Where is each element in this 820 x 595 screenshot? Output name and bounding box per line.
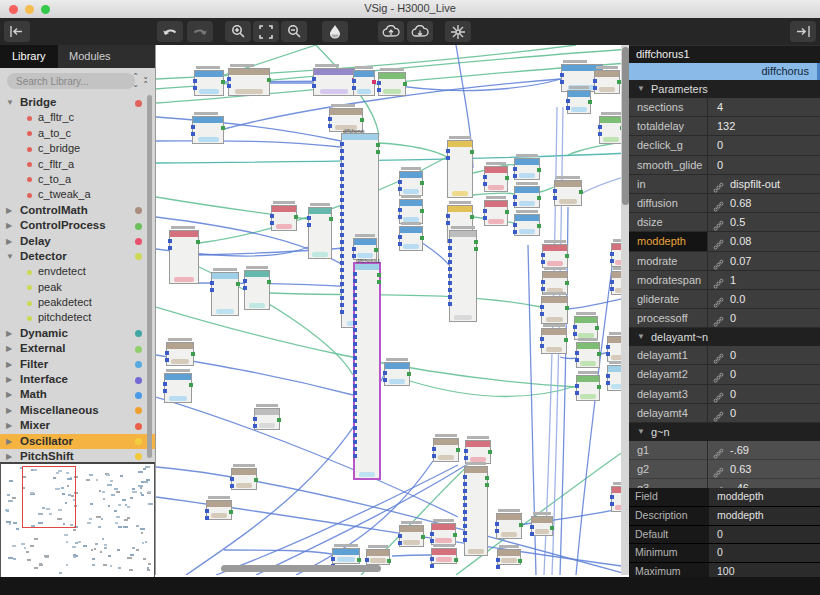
param-row-delayamt4[interactable]: delayamt40 bbox=[629, 404, 820, 423]
output-port[interactable] bbox=[565, 281, 569, 285]
input-port[interactable] bbox=[353, 454, 357, 458]
param-row-g2[interactable]: g20.63 bbox=[629, 460, 820, 479]
input-port[interactable] bbox=[383, 371, 387, 375]
input-port[interactable] bbox=[243, 279, 247, 283]
collapse-all-icon[interactable]: ⌃⌄ bbox=[131, 73, 140, 89]
param-value[interactable]: 0.5 bbox=[730, 213, 745, 231]
input-port[interactable] bbox=[566, 99, 570, 103]
patch-node[interactable] bbox=[206, 500, 232, 520]
param-value[interactable]: 132 bbox=[717, 117, 735, 135]
input-port[interactable] bbox=[464, 449, 468, 453]
search-input[interactable] bbox=[7, 73, 135, 89]
patch-node[interactable] bbox=[594, 70, 620, 94]
triangle-right-icon[interactable]: ▶ bbox=[6, 326, 12, 341]
sidebar-item-external[interactable]: ▶ External bbox=[0, 341, 155, 356]
input-port[interactable] bbox=[352, 79, 356, 83]
input-port[interactable] bbox=[230, 477, 234, 481]
input-port[interactable] bbox=[540, 312, 544, 316]
canvas-horizontal-scrollbar[interactable] bbox=[221, 565, 381, 572]
input-port[interactable] bbox=[610, 287, 614, 291]
input-port[interactable] bbox=[553, 196, 557, 200]
output-port[interactable] bbox=[597, 352, 601, 356]
param-row-g3[interactable]: g3-.46 bbox=[629, 479, 820, 488]
input-port[interactable] bbox=[448, 288, 452, 292]
input-port[interactable] bbox=[606, 352, 610, 356]
tab-modules[interactable]: Modules bbox=[57, 45, 123, 68]
triangle-right-icon[interactable]: ▶ bbox=[6, 449, 12, 462]
input-port[interactable] bbox=[430, 564, 434, 568]
input-port[interactable] bbox=[541, 280, 545, 284]
patch-node[interactable] bbox=[576, 375, 600, 401]
input-port[interactable] bbox=[352, 86, 356, 90]
patch-wire[interactable] bbox=[156, 141, 341, 147]
input-port[interactable] bbox=[340, 156, 344, 160]
param-row-g1[interactable]: g1-.69 bbox=[629, 441, 820, 460]
input-port[interactable] bbox=[573, 332, 577, 336]
zoom-out-button[interactable] bbox=[281, 21, 307, 42]
input-port[interactable] bbox=[165, 358, 169, 362]
param-value[interactable]: 0.68 bbox=[730, 194, 751, 212]
input-port[interactable] bbox=[573, 325, 577, 329]
input-port[interactable] bbox=[307, 216, 311, 220]
input-port[interactable] bbox=[353, 391, 357, 395]
patch-node[interactable] bbox=[231, 468, 257, 490]
sidebar-item-filter[interactable]: ▶ Filter bbox=[0, 357, 155, 372]
undo-button[interactable] bbox=[157, 21, 183, 42]
input-port[interactable] bbox=[610, 502, 614, 506]
minimap-viewport[interactable] bbox=[22, 466, 76, 528]
node-diffchorus1[interactable]: diffchorus1 bbox=[353, 262, 381, 480]
patch-node[interactable] bbox=[599, 116, 623, 144]
output-port[interactable] bbox=[597, 385, 601, 389]
patch-node[interactable] bbox=[194, 70, 224, 96]
output-port[interactable] bbox=[421, 535, 425, 539]
input-port[interactable] bbox=[606, 374, 610, 378]
output-port[interactable] bbox=[454, 558, 458, 562]
input-port[interactable] bbox=[353, 377, 357, 381]
input-port[interactable] bbox=[168, 239, 172, 243]
param-row-gliderate[interactable]: gliderate0.0 bbox=[629, 290, 820, 309]
param-value[interactable]: 4 bbox=[717, 98, 723, 116]
patch-node[interactable] bbox=[567, 90, 591, 114]
input-port[interactable] bbox=[540, 305, 544, 309]
input-port[interactable] bbox=[448, 253, 452, 257]
input-port[interactable] bbox=[541, 287, 545, 291]
input-port[interactable] bbox=[340, 240, 344, 244]
output-port[interactable] bbox=[565, 254, 569, 258]
param-value[interactable]: 0 bbox=[730, 346, 736, 364]
triangle-right-icon[interactable]: ▶ bbox=[6, 218, 12, 233]
patch-node[interactable] bbox=[166, 342, 194, 366]
sidebar-item-pitchshift[interactable]: ▶ PitchShift bbox=[0, 449, 155, 462]
output-port[interactable] bbox=[191, 352, 195, 356]
input-port[interactable] bbox=[513, 195, 517, 199]
patch-wire[interactable] bbox=[156, 153, 630, 163]
input-port[interactable] bbox=[448, 302, 452, 306]
patch-node[interactable] bbox=[497, 549, 521, 565]
input-port[interactable] bbox=[560, 73, 564, 77]
input-port[interactable] bbox=[610, 252, 614, 256]
output-port[interactable] bbox=[518, 559, 522, 563]
output-port[interactable] bbox=[403, 82, 407, 86]
param-value[interactable]: 1 bbox=[730, 271, 736, 289]
input-port[interactable] bbox=[575, 358, 579, 362]
input-port[interactable] bbox=[575, 384, 579, 388]
output-port[interactable] bbox=[196, 240, 200, 244]
param-row-in[interactable]: indispfilt-out bbox=[629, 175, 820, 194]
sidebar-item-pitchdetect[interactable]: pitchdetect bbox=[0, 310, 155, 325]
sidebar-item-interface[interactable]: ▶ Interface bbox=[0, 372, 155, 387]
patch-node[interactable] bbox=[384, 362, 410, 386]
input-port[interactable] bbox=[270, 214, 274, 218]
input-port[interactable] bbox=[448, 246, 452, 250]
input-port[interactable] bbox=[210, 288, 214, 292]
param-row-dsize[interactable]: dsize0.5 bbox=[629, 213, 820, 232]
input-port[interactable] bbox=[541, 260, 545, 264]
output-port[interactable] bbox=[387, 559, 391, 563]
output-port[interactable] bbox=[537, 168, 541, 172]
input-port[interactable] bbox=[446, 156, 450, 160]
input-port[interactable] bbox=[340, 142, 344, 146]
output-port[interactable] bbox=[221, 80, 225, 84]
param-row-diffusion[interactable]: diffusion0.68 bbox=[629, 194, 820, 213]
input-port[interactable] bbox=[575, 391, 579, 395]
sidebar-item-c_bridge[interactable]: c_bridge bbox=[0, 141, 155, 156]
input-port[interactable] bbox=[270, 221, 274, 225]
patch-node[interactable] bbox=[313, 68, 355, 96]
